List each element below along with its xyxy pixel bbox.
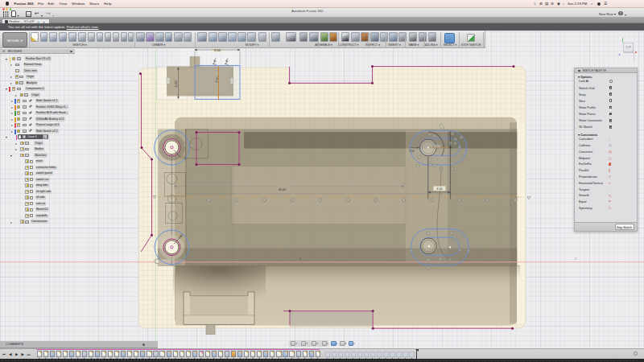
svg-text:45.60: 45.60: [279, 187, 287, 191]
svg-text:4.00: 4.00: [436, 187, 442, 191]
svg-text:7L: 7L: [299, 257, 302, 261]
svg-text:6.00: 6.00: [174, 80, 178, 87]
svg-text:X: X: [575, 257, 577, 261]
svg-text:1.50: 1.50: [409, 150, 415, 153]
svg-text:9.00: 9.00: [214, 48, 221, 52]
